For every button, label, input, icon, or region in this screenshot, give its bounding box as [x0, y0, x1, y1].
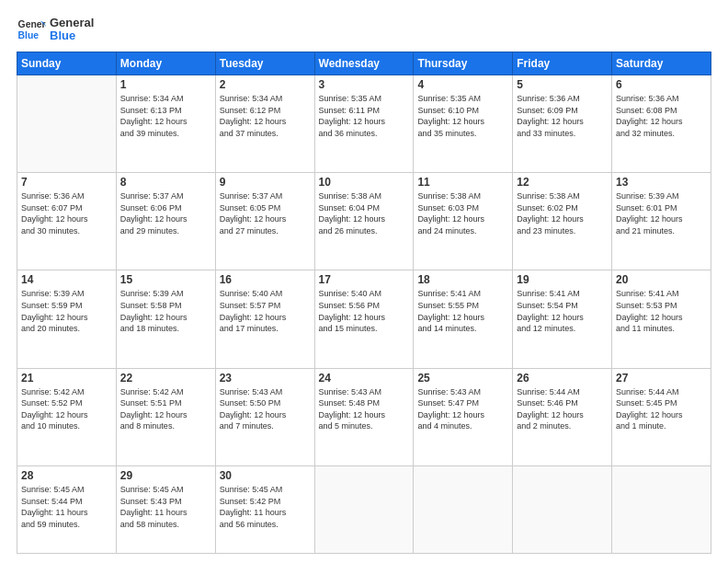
calendar-cell: 22Sunrise: 5:42 AM Sunset: 5:51 PM Dayli…: [116, 368, 215, 465]
day-number: 27: [616, 372, 707, 385]
logo-icon: General Blue: [17, 15, 46, 44]
day-info: Sunrise: 5:38 AM Sunset: 6:02 PM Dayligh…: [517, 190, 608, 236]
calendar-cell: [513, 465, 612, 553]
calendar-cell: 19Sunrise: 5:41 AM Sunset: 5:54 PM Dayli…: [513, 270, 612, 368]
day-info: Sunrise: 5:45 AM Sunset: 5:43 PM Dayligh…: [120, 484, 211, 530]
calendar-cell: 14Sunrise: 5:39 AM Sunset: 5:59 PM Dayli…: [17, 270, 117, 368]
day-number: 29: [120, 469, 211, 482]
day-number: 12: [517, 176, 608, 189]
day-number: 7: [21, 176, 112, 189]
calendar-cell: 25Sunrise: 5:43 AM Sunset: 5:47 PM Dayli…: [414, 368, 513, 465]
day-info: Sunrise: 5:37 AM Sunset: 6:06 PM Dayligh…: [120, 190, 211, 236]
svg-text:Blue: Blue: [18, 30, 40, 40]
calendar-cell: 4Sunrise: 5:35 AM Sunset: 6:10 PM Daylig…: [414, 75, 513, 173]
day-number: 8: [120, 176, 211, 189]
calendar-cell: 12Sunrise: 5:38 AM Sunset: 6:02 PM Dayli…: [513, 173, 612, 270]
day-info: Sunrise: 5:36 AM Sunset: 6:09 PM Dayligh…: [517, 93, 608, 139]
svg-text:General: General: [18, 19, 46, 29]
calendar-cell: 29Sunrise: 5:45 AM Sunset: 5:43 PM Dayli…: [116, 465, 215, 553]
day-number: 1: [120, 78, 211, 91]
calendar-cell: 30Sunrise: 5:45 AM Sunset: 5:42 PM Dayli…: [215, 465, 314, 553]
calendar-cell: 3Sunrise: 5:35 AM Sunset: 6:11 PM Daylig…: [314, 75, 414, 173]
day-number: 13: [616, 176, 707, 189]
calendar-cell: 5Sunrise: 5:36 AM Sunset: 6:09 PM Daylig…: [513, 75, 612, 173]
day-number: 16: [220, 273, 311, 286]
day-info: Sunrise: 5:41 AM Sunset: 5:55 PM Dayligh…: [417, 288, 508, 334]
day-number: 24: [319, 372, 410, 385]
calendar-cell: 15Sunrise: 5:39 AM Sunset: 5:58 PM Dayli…: [116, 270, 215, 368]
calendar-cell: [612, 465, 711, 553]
weekday-header-thursday: Thursday: [414, 52, 513, 75]
week-row-5: 28Sunrise: 5:45 AM Sunset: 5:44 PM Dayli…: [17, 465, 711, 553]
calendar-cell: 13Sunrise: 5:39 AM Sunset: 6:01 PM Dayli…: [612, 173, 711, 270]
day-info: Sunrise: 5:43 AM Sunset: 5:47 PM Dayligh…: [417, 386, 508, 432]
calendar-cell: 28Sunrise: 5:45 AM Sunset: 5:44 PM Dayli…: [17, 465, 117, 553]
calendar-cell: [17, 75, 117, 173]
week-row-3: 14Sunrise: 5:39 AM Sunset: 5:59 PM Dayli…: [17, 270, 711, 368]
day-number: 28: [21, 469, 112, 482]
calendar-cell: 11Sunrise: 5:38 AM Sunset: 6:03 PM Dayli…: [414, 173, 513, 270]
day-number: 14: [21, 273, 112, 286]
day-info: Sunrise: 5:34 AM Sunset: 6:12 PM Dayligh…: [220, 93, 311, 139]
calendar-cell: 10Sunrise: 5:38 AM Sunset: 6:04 PM Dayli…: [314, 173, 414, 270]
weekday-header-wednesday: Wednesday: [314, 52, 414, 75]
calendar-cell: 17Sunrise: 5:40 AM Sunset: 5:56 PM Dayli…: [314, 270, 414, 368]
logo-blue-text: Blue: [50, 29, 94, 42]
calendar-cell: 26Sunrise: 5:44 AM Sunset: 5:46 PM Dayli…: [513, 368, 612, 465]
calendar-cell: 1Sunrise: 5:34 AM Sunset: 6:13 PM Daylig…: [116, 75, 215, 173]
weekday-header-saturday: Saturday: [612, 52, 711, 75]
day-number: 25: [417, 372, 508, 385]
day-info: Sunrise: 5:38 AM Sunset: 6:03 PM Dayligh…: [417, 190, 508, 236]
weekday-header-sunday: Sunday: [17, 52, 117, 75]
day-info: Sunrise: 5:45 AM Sunset: 5:44 PM Dayligh…: [21, 484, 112, 530]
day-number: 10: [319, 176, 410, 189]
calendar-cell: 9Sunrise: 5:37 AM Sunset: 6:05 PM Daylig…: [215, 173, 314, 270]
calendar-cell: 27Sunrise: 5:44 AM Sunset: 5:45 PM Dayli…: [612, 368, 711, 465]
calendar-cell: 7Sunrise: 5:36 AM Sunset: 6:07 PM Daylig…: [17, 173, 117, 270]
calendar-cell: 16Sunrise: 5:40 AM Sunset: 5:57 PM Dayli…: [215, 270, 314, 368]
day-number: 6: [616, 78, 707, 91]
day-number: 19: [517, 273, 608, 286]
day-info: Sunrise: 5:41 AM Sunset: 5:53 PM Dayligh…: [616, 288, 707, 334]
day-info: Sunrise: 5:42 AM Sunset: 5:51 PM Dayligh…: [120, 386, 211, 432]
day-number: 9: [220, 176, 311, 189]
day-number: 2: [220, 78, 311, 91]
day-info: Sunrise: 5:40 AM Sunset: 5:57 PM Dayligh…: [220, 288, 311, 334]
weekday-header-row: SundayMondayTuesdayWednesdayThursdayFrid…: [17, 52, 711, 75]
day-number: 22: [120, 372, 211, 385]
day-number: 15: [120, 273, 211, 286]
calendar-cell: 2Sunrise: 5:34 AM Sunset: 6:12 PM Daylig…: [215, 75, 314, 173]
day-info: Sunrise: 5:36 AM Sunset: 6:08 PM Dayligh…: [616, 93, 707, 139]
day-number: 30: [220, 469, 311, 482]
day-number: 20: [616, 273, 707, 286]
logo: General Blue General Blue: [17, 15, 94, 44]
day-info: Sunrise: 5:34 AM Sunset: 6:13 PM Dayligh…: [120, 93, 211, 139]
day-info: Sunrise: 5:39 AM Sunset: 6:01 PM Dayligh…: [616, 190, 707, 236]
day-number: 26: [517, 372, 608, 385]
day-info: Sunrise: 5:41 AM Sunset: 5:54 PM Dayligh…: [517, 288, 608, 334]
day-info: Sunrise: 5:44 AM Sunset: 5:45 PM Dayligh…: [616, 386, 707, 432]
page-header: General Blue General Blue: [17, 15, 711, 44]
day-number: 23: [220, 372, 311, 385]
day-number: 18: [417, 273, 508, 286]
calendar-cell: [314, 465, 414, 553]
calendar-cell: 21Sunrise: 5:42 AM Sunset: 5:52 PM Dayli…: [17, 368, 117, 465]
day-number: 4: [417, 78, 508, 91]
day-number: 21: [21, 372, 112, 385]
weekday-header-tuesday: Tuesday: [215, 52, 314, 75]
day-info: Sunrise: 5:36 AM Sunset: 6:07 PM Dayligh…: [21, 190, 112, 236]
day-number: 11: [417, 176, 508, 189]
week-row-1: 1Sunrise: 5:34 AM Sunset: 6:13 PM Daylig…: [17, 75, 711, 173]
day-number: 3: [319, 78, 410, 91]
week-row-4: 21Sunrise: 5:42 AM Sunset: 5:52 PM Dayli…: [17, 368, 711, 465]
weekday-header-friday: Friday: [513, 52, 612, 75]
day-info: Sunrise: 5:35 AM Sunset: 6:11 PM Dayligh…: [319, 93, 410, 139]
calendar-cell: 23Sunrise: 5:43 AM Sunset: 5:50 PM Dayli…: [215, 368, 314, 465]
calendar-cell: 24Sunrise: 5:43 AM Sunset: 5:48 PM Dayli…: [314, 368, 414, 465]
day-info: Sunrise: 5:38 AM Sunset: 6:04 PM Dayligh…: [319, 190, 410, 236]
calendar-cell: [414, 465, 513, 553]
day-info: Sunrise: 5:35 AM Sunset: 6:10 PM Dayligh…: [417, 93, 508, 139]
week-row-2: 7Sunrise: 5:36 AM Sunset: 6:07 PM Daylig…: [17, 173, 711, 270]
calendar-table: SundayMondayTuesdayWednesdayThursdayFrid…: [17, 52, 711, 554]
day-number: 5: [517, 78, 608, 91]
